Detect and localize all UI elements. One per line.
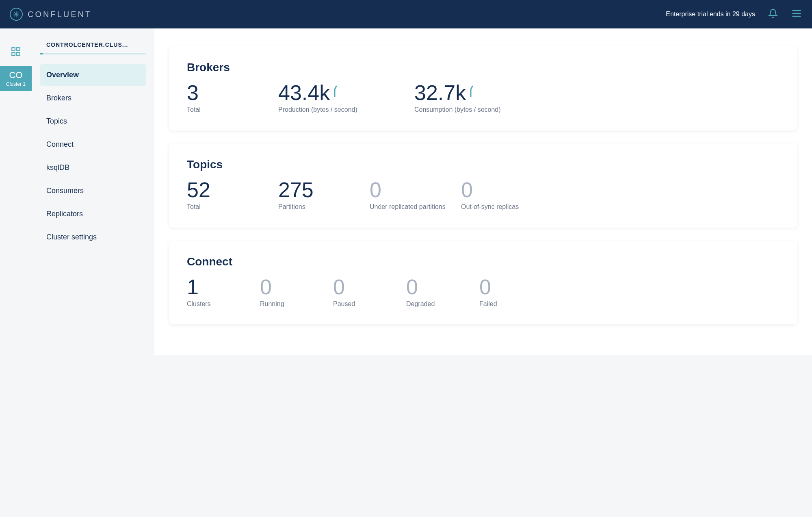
sparkline-icon bbox=[469, 85, 474, 98]
stat-value: 0 bbox=[406, 276, 479, 298]
sidebar-item-cluster-settings[interactable]: Cluster settings bbox=[40, 226, 146, 248]
connect-card-title: Connect bbox=[187, 255, 780, 268]
sidebar-item-label: Cluster settings bbox=[46, 233, 97, 241]
stat-block: 0Paused bbox=[333, 276, 406, 308]
stat-value: 0 bbox=[260, 276, 333, 298]
svg-rect-3 bbox=[12, 48, 15, 51]
sidebar-item-ksqldb[interactable]: ksqlDB bbox=[40, 157, 146, 178]
sidebar-item-label: ksqlDB bbox=[46, 163, 69, 172]
notifications-icon[interactable] bbox=[768, 9, 778, 20]
stat-block: 0Out-of-sync replicas bbox=[461, 179, 780, 211]
dashboard-grid-icon[interactable] bbox=[11, 46, 21, 59]
stat-label: Under replicated partitions bbox=[370, 203, 461, 211]
cluster-label: Cluster 1 bbox=[6, 81, 26, 87]
sidebar-item-label: Topics bbox=[46, 117, 67, 125]
svg-rect-5 bbox=[12, 52, 15, 56]
hamburger-menu-icon[interactable] bbox=[791, 8, 802, 21]
stat-value: 0 bbox=[479, 276, 552, 298]
stat-label: Production (bytes / second) bbox=[278, 106, 414, 114]
sidebar-title: CONTROLCENTER.CLUS... bbox=[40, 41, 146, 53]
main-content: Brokers 3Total43.4kProduction (bytes / s… bbox=[154, 28, 812, 355]
sidebar-item-consumers[interactable]: Consumers bbox=[40, 180, 146, 202]
icon-sidebar: CO Cluster 1 bbox=[0, 28, 32, 355]
header-right: Enterprise trial ends in 29 days bbox=[666, 8, 802, 21]
sidebar-item-label: Connect bbox=[46, 140, 74, 148]
stat-block: 3Total bbox=[187, 82, 278, 114]
svg-rect-6 bbox=[17, 52, 20, 56]
topics-card: Topics 52Total275Partitions0Under replic… bbox=[169, 143, 797, 228]
sidebar: CONTROLCENTER.CLUS... OverviewBrokersTop… bbox=[32, 28, 154, 355]
confluent-logo-icon bbox=[10, 8, 23, 21]
stat-value: 52 bbox=[187, 179, 278, 200]
trial-status: Enterprise trial ends in 29 days bbox=[666, 11, 755, 18]
stat-label: Consumption (bytes / second) bbox=[414, 106, 780, 114]
stat-block: 1Clusters bbox=[187, 276, 260, 308]
stat-block: 43.4kProduction (bytes / second) bbox=[278, 82, 414, 114]
cluster-short-code: CO bbox=[9, 70, 23, 80]
topics-card-title: Topics bbox=[187, 158, 780, 171]
stat-label: Total bbox=[187, 203, 278, 211]
connect-card: Connect 1Clusters0Running0Paused0Degrade… bbox=[169, 241, 797, 325]
header: CONFLUENT Enterprise trial ends in 29 da… bbox=[0, 0, 812, 28]
stat-label: Total bbox=[187, 106, 278, 114]
stat-block: 32.7kConsumption (bytes / second) bbox=[414, 82, 780, 114]
sparkline-icon bbox=[333, 85, 338, 98]
stat-block: 0Failed bbox=[479, 276, 552, 308]
sidebar-item-topics[interactable]: Topics bbox=[40, 111, 146, 132]
brokers-card-title: Brokers bbox=[187, 61, 780, 74]
stat-label: Out-of-sync replicas bbox=[461, 203, 780, 211]
sidebar-item-label: Replicators bbox=[46, 210, 83, 218]
sidebar-item-overview[interactable]: Overview bbox=[40, 64, 146, 86]
stat-label: Partitions bbox=[278, 203, 370, 211]
sidebar-item-label: Consumers bbox=[46, 187, 84, 195]
sidebar-item-brokers[interactable]: Brokers bbox=[40, 87, 146, 109]
stat-value: 43.4k bbox=[278, 82, 330, 103]
stat-block: 0Running bbox=[260, 276, 333, 308]
cluster-badge[interactable]: CO Cluster 1 bbox=[0, 66, 32, 91]
brand-name: CONFLUENT bbox=[28, 10, 92, 19]
sidebar-item-replicators[interactable]: Replicators bbox=[40, 203, 146, 225]
stat-block: 0Under replicated partitions bbox=[370, 179, 461, 211]
sidebar-progress bbox=[40, 53, 146, 54]
stat-label: Running bbox=[260, 300, 333, 308]
svg-rect-4 bbox=[17, 48, 20, 51]
stat-label: Clusters bbox=[187, 300, 260, 308]
stat-label: Paused bbox=[333, 300, 406, 308]
stat-block: 275Partitions bbox=[278, 179, 370, 211]
sidebar-item-connect[interactable]: Connect bbox=[40, 134, 146, 155]
stat-value: 0 bbox=[370, 179, 461, 200]
stat-block: 52Total bbox=[187, 179, 278, 211]
stat-value: 275 bbox=[278, 179, 370, 200]
sidebar-item-label: Overview bbox=[46, 71, 79, 79]
stat-block: 0Degraded bbox=[406, 276, 479, 308]
sidebar-item-label: Brokers bbox=[46, 94, 71, 102]
stat-value: 1 bbox=[187, 276, 260, 298]
stat-label: Degraded bbox=[406, 300, 479, 308]
stat-value: 3 bbox=[187, 82, 278, 103]
stat-value: 0 bbox=[333, 276, 406, 298]
stat-value: 0 bbox=[461, 179, 780, 200]
stat-label: Failed bbox=[479, 300, 552, 308]
brokers-card: Brokers 3Total43.4kProduction (bytes / s… bbox=[169, 46, 797, 130]
logo-section[interactable]: CONFLUENT bbox=[10, 8, 92, 21]
stat-value: 32.7k bbox=[414, 82, 466, 103]
